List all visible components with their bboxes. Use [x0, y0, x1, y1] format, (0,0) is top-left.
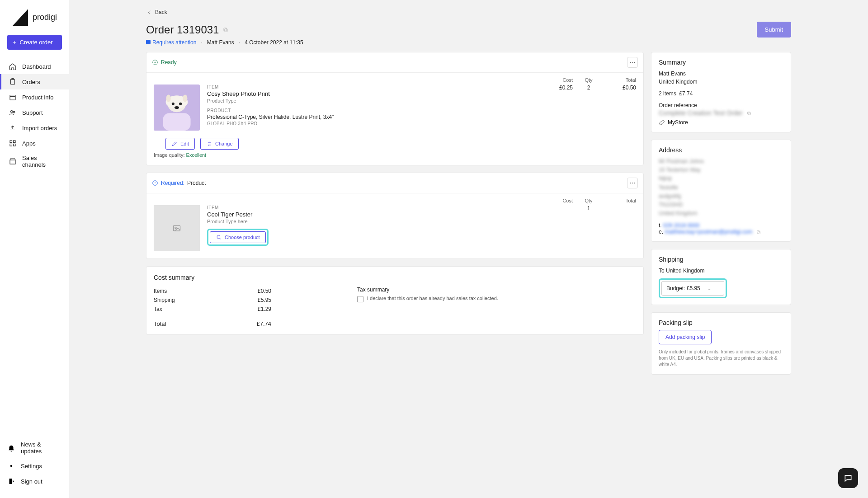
svg-point-27	[175, 227, 176, 229]
item-cost: £0.25	[541, 85, 573, 91]
col-qty: Qty	[573, 198, 604, 203]
tax-checkbox[interactable]	[357, 296, 363, 302]
shipping-destination: To United Kingdom	[659, 267, 783, 275]
address-phone: t. 029 2018 0000	[659, 222, 783, 229]
sidebar-item-apps[interactable]: Apps	[0, 136, 69, 151]
swap-icon	[206, 141, 212, 147]
image-quality: Image quality: Excellent	[146, 152, 643, 165]
copy-icon[interactable]	[222, 27, 229, 33]
tax-declare-text: I declare that this order has already ha…	[367, 296, 498, 301]
item-name: Cosy Sheep Photo Print	[207, 90, 534, 97]
sidebar-item-settings[interactable]: Settings	[0, 458, 69, 474]
item-subtype: Product Type	[207, 98, 534, 103]
chevron-down-icon: ⌄	[708, 286, 711, 291]
change-product-button[interactable]: Change	[200, 138, 239, 150]
order-customer: Matt Evans	[207, 39, 234, 46]
grid-icon	[9, 139, 17, 147]
summary-items: 2 items, £7.74	[659, 89, 783, 98]
tax-declare-row[interactable]: I declare that this order has already ha…	[357, 296, 636, 302]
svg-point-19	[172, 103, 175, 105]
svg-rect-26	[174, 226, 180, 231]
summary-ref-value: Complete Creation Test Order	[659, 109, 743, 117]
sidebar-item-label: Settings	[21, 463, 42, 470]
page-title: Order 1319031	[146, 23, 229, 36]
add-packing-slip-button[interactable]: Add packing slip	[659, 330, 712, 344]
sidebar-item-label: Support	[22, 109, 43, 116]
shipping-select[interactable]: Budget: £5.95 ⌄	[661, 281, 724, 296]
svg-rect-7	[10, 141, 12, 143]
image-icon	[172, 224, 181, 233]
pencil-icon	[171, 141, 178, 147]
svg-point-15	[153, 60, 158, 65]
order-meta: Requires attention · Matt Evans · 4 Octo…	[146, 39, 791, 46]
col-total: Total	[604, 77, 636, 83]
sidebar-item-dashboard[interactable]: Dashboard	[0, 59, 69, 74]
chat-fab[interactable]	[838, 468, 858, 488]
shipping-title: Shipping	[659, 256, 783, 263]
copy-icon[interactable]	[746, 111, 752, 116]
edit-image-button[interactable]: Edit	[165, 138, 195, 150]
sidebar-item-sales-channels[interactable]: Sales channels	[0, 151, 69, 172]
svg-point-28	[217, 235, 220, 239]
summary-country: United Kingdom	[659, 78, 783, 86]
item-thumbnail	[154, 85, 200, 131]
status-text[interactable]: Requires attention	[152, 39, 196, 46]
sidebar-item-label: Orders	[22, 79, 40, 85]
address-email: e. matthew.kay+postman@prodigi.com	[659, 229, 783, 235]
card-more-button[interactable]: ⋯	[627, 178, 638, 188]
sidebar-item-news[interactable]: News & updates	[0, 437, 69, 458]
svg-rect-32	[757, 231, 760, 234]
back-link[interactable]: Back	[146, 9, 791, 15]
svg-point-5	[11, 111, 13, 113]
sidebar-item-label: Sales channels	[22, 155, 62, 168]
item-subtype: Product Type here	[207, 219, 534, 224]
create-order-button[interactable]: + Create order	[7, 35, 62, 50]
signout-icon	[7, 477, 15, 485]
item-label: ITEM	[207, 205, 534, 210]
product-label: PRODUCT	[207, 108, 534, 113]
logo-text: prodigi	[33, 13, 57, 22]
svg-rect-14	[224, 28, 226, 30]
submit-button[interactable]: Submit	[757, 22, 791, 38]
card-more-button[interactable]: ⋯	[627, 57, 638, 68]
chevron-left-icon	[146, 9, 152, 15]
sidebar-item-product-info[interactable]: Product info	[0, 89, 69, 105]
col-cost: Cost	[541, 198, 573, 203]
address-title: Address	[659, 146, 783, 154]
item-name: Cool Tiger Poster	[207, 211, 534, 218]
order-title-text: Order 1319031	[146, 23, 219, 36]
choose-product-button[interactable]: Choose product	[210, 231, 266, 243]
quality-value: Excellent	[186, 152, 207, 158]
logo[interactable]: prodigi	[0, 9, 69, 35]
svg-rect-13	[225, 28, 227, 31]
svg-rect-29	[748, 113, 751, 115]
copy-icon[interactable]	[756, 230, 761, 235]
sidebar-item-support[interactable]: Support	[0, 105, 69, 120]
choose-product-highlight: Choose product	[207, 229, 269, 246]
cost-row-tax: Tax£1.29	[154, 305, 271, 314]
sidebar-item-label: Dashboard	[22, 63, 51, 70]
search-icon	[216, 234, 222, 240]
svg-rect-30	[747, 112, 750, 115]
col-cost: Cost	[541, 77, 573, 83]
order-item-card-ready: Ready ⋯ Cost Qty Total	[146, 52, 644, 165]
link-icon	[659, 119, 665, 126]
cost-title: Cost summary	[154, 274, 636, 281]
card-status: Required: Product	[152, 180, 206, 186]
sidebar-item-import-orders[interactable]: Import orders	[0, 120, 69, 136]
packing-card: Packing slip Add packing slip Only inclu…	[651, 312, 791, 375]
sidebar-item-label: Import orders	[22, 125, 57, 132]
item-qty: 1	[573, 205, 604, 211]
clipboard-icon	[9, 78, 17, 86]
people-icon	[9, 108, 17, 117]
cost-row-total: Total£7.74	[154, 314, 271, 327]
item-thumbnail-placeholder	[154, 205, 200, 251]
sidebar-item-label: Apps	[22, 140, 36, 147]
svg-rect-9	[10, 144, 12, 146]
summary-ref-label: Order reference	[659, 101, 783, 109]
sidebar-item-orders[interactable]: Orders	[0, 74, 69, 89]
svg-rect-11	[10, 160, 15, 164]
sidebar-item-signout[interactable]: Sign out	[0, 474, 69, 489]
gear-icon	[7, 462, 15, 470]
change-label: Change	[215, 141, 233, 146]
